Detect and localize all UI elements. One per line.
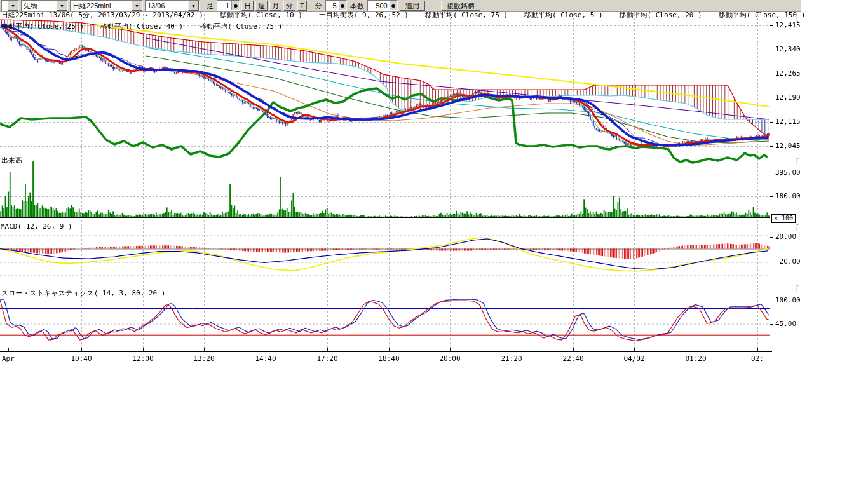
instrument-type-combobox[interactable]: 先物 ▼ [21,0,68,11]
price-chart-canvas[interactable] [0,0,868,488]
minute-stepper[interactable]: 5 [325,0,347,11]
hidden-selector-combobox[interactable]: ▼ [1,0,19,11]
toolbar: ▼ 先物 ▼ 日経225mini ▼ 13/06 ▼ 足 1 日 週 月 分 T… [0,0,801,12]
contract-month-value: 13/06 [146,1,167,11]
chevron-down-icon[interactable]: ▼ [57,1,67,11]
spinner-arrows-icon[interactable] [339,1,346,10]
period-day-button[interactable]: 日 [241,1,254,11]
bar-count-label: 本数 [349,1,365,11]
minute-label: 分 [314,1,323,11]
bar-count-stepper[interactable]: 500 [367,0,398,11]
period-month-button[interactable]: 月 [269,1,281,11]
minute-value: 5 [331,2,339,10]
chevron-down-icon[interactable]: ▼ [8,1,18,11]
symbol-value: 日経225mini [71,1,113,11]
contract-month-combobox[interactable]: 13/06 ▼ [145,0,200,11]
bar-interval-stepper[interactable]: 1 [217,0,240,11]
spinner-arrows-icon[interactable] [390,1,397,10]
apply-button[interactable]: 適用 [400,1,425,11]
chart-area: 日経225mini 13/06( 5分, 2013/03/29 - 2013/0… [0,0,868,488]
chart-application-window: 日経225mini 13/06( 5分, 2013/03/29 - 2013/0… [0,0,868,488]
instrument-type-value: 先物 [22,1,39,11]
spinner-arrows-icon[interactable] [231,1,239,10]
symbol-combobox[interactable]: 日経225mini ▼ [70,0,143,11]
chevron-down-icon[interactable]: ▼ [132,1,142,11]
period-week-button[interactable]: 週 [255,1,268,11]
multi-symbol-button[interactable]: 複数銘柄 [441,1,480,11]
chevron-down-icon[interactable]: ▼ [188,1,199,11]
period-tick-button[interactable]: T [297,1,307,11]
bar-type-label: 足 [205,1,215,11]
bar-count-value: 500 [374,2,389,10]
bar-interval-value: 1 [224,2,231,10]
period-minute-button[interactable]: 分 [283,1,295,11]
